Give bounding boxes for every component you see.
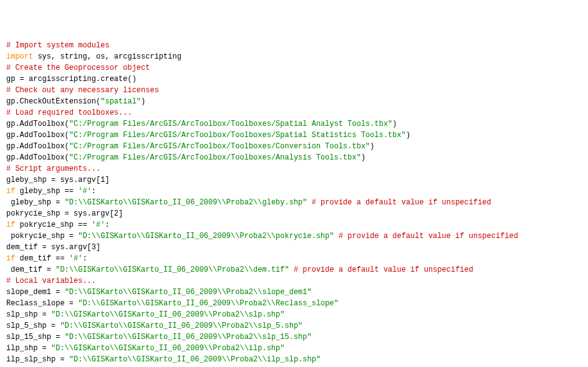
code-token: # Load required toolboxes... — [6, 108, 132, 117]
code-line: gleby_shp = "D:\\GISKarto\\GISKarto_II_0… — [6, 197, 582, 208]
code-token: "D:\\GISKarto\\GISKarto_II_06_2009\\Prob… — [65, 333, 312, 341]
code-token: ) — [141, 97, 145, 106]
code-line: slope_dem1 = "D:\\GISKarto\\GISKarto_II_… — [6, 287, 582, 298]
code-line: ilp_shp = "D:\\GISKarto\\GISKarto_II_06_… — [6, 343, 582, 354]
code-token: # provide a default value if unspecified — [294, 265, 473, 274]
code-line: gp.AddToolbox("C:/Program Files/ArcGIS/A… — [6, 130, 582, 141]
code-token: "spatial" — [100, 97, 141, 106]
code-token: # provide a default value if unspecified — [312, 198, 491, 207]
code-line: pokrycie_shp = sys.argv[2] — [6, 208, 582, 219]
code-line: # Load required toolboxes... — [6, 107, 582, 118]
code-line: # Create the Geoprocessor object — [6, 62, 582, 74]
code-token: gp.AddToolbox( — [6, 142, 69, 151]
code-token: gleby_shp = sys.argv[1] — [6, 176, 110, 184]
code-line: gp.AddToolbox("C:/Program Files/ArcGIS/A… — [6, 152, 582, 163]
code-token: "D:\\GISKarto\\GISKarto_II_06_2009\\Prob… — [78, 232, 334, 241]
code-line: slp_15_shp = "D:\\GISKarto\\GISKarto_II_… — [6, 331, 582, 343]
code-token — [289, 265, 294, 274]
code-token: "D:\\GISKarto\\GISKarto_II_06_2009\\Prob… — [78, 299, 339, 308]
code-token: if — [6, 221, 15, 229]
code-token: dem_tif = sys.argv[3] — [6, 243, 100, 252]
code-token: gp.AddToolbox( — [6, 131, 69, 140]
code-line: # Script arguments... — [6, 163, 582, 174]
code-line: gp.CheckOutExtension("spatial") — [6, 96, 582, 107]
code-token: ) — [370, 142, 374, 151]
code-token: slp_15_shp = — [6, 333, 65, 341]
code-token: "C:/Program Files/ArcGIS/ArcToolbox/Tool… — [69, 153, 361, 162]
code-token: pokrycie_shp == — [15, 221, 91, 229]
code-token: # Script arguments... — [6, 164, 100, 173]
code-token: # Import system modules — [6, 41, 110, 50]
code-line: pokrycie_shp = "D:\\GISKarto\\GISKarto_I… — [6, 231, 582, 242]
code-token: Check out any necessary licenses — [11, 86, 159, 95]
code-token: # provide a default value if unspecified — [339, 232, 518, 241]
code-token: gp.CheckOutExtension( — [6, 97, 100, 106]
code-token: "D:\\GISKarto\\GISKarto_II_06_2009\\Prob… — [60, 322, 302, 330]
code-token: import — [6, 52, 33, 61]
code-token: Reclass_slope = — [6, 299, 78, 308]
code-token: "C:/Program Files/ArcGIS/ArcToolbox/Tool… — [69, 120, 392, 128]
code-token: : — [105, 221, 109, 229]
code-token: "C:/Program Files/ArcGIS/ArcToolbox/Tool… — [69, 131, 406, 140]
code-token: ) — [406, 131, 410, 140]
code-token: # Local variables... — [6, 277, 96, 285]
code-token: gp.AddToolbox( — [6, 153, 69, 162]
code-line: slp_5_shp = "D:\\GISKarto\\GISKarto_II_0… — [6, 320, 582, 331]
code-token: '#' — [69, 254, 83, 263]
code-token: ilp_slp_shp = — [6, 355, 69, 364]
code-line: # Local variables... — [6, 275, 582, 287]
code-token: gp.AddToolbox( — [6, 120, 69, 128]
code-token — [334, 232, 339, 241]
code-token: gp = arcgisscripting.create() — [6, 75, 137, 83]
code-token: # Create the Geoprocessor object — [6, 64, 150, 72]
code-line: if dem_tif == '#': — [6, 253, 582, 264]
code-line: if gleby_shp == '#': — [6, 186, 582, 197]
code-line: dem_tif = "D:\\GISKarto\\GISKarto_II_06_… — [6, 264, 582, 275]
code-token: gleby_shp = — [6, 198, 65, 207]
code-token: ilp_shp = — [6, 344, 51, 353]
code-line: gp.AddToolbox("C:/Program Files/ArcGIS/A… — [6, 118, 582, 130]
code-token: : — [82, 254, 87, 263]
code-token: dem_tif == — [15, 254, 69, 263]
code-token: "D:\\GISKarto\\GISKarto_II_06_2009\\Prob… — [55, 265, 289, 274]
code-token: pokrycie_shp = — [6, 232, 78, 241]
code-line: import sys, string, os, arcgisscripting — [6, 51, 582, 62]
code-line: slp_shp = "D:\\GISKarto\\GISKarto_II_06_… — [6, 309, 582, 320]
code-token: sys, string, os, arcgisscripting — [33, 52, 181, 61]
code-line: gleby_shp = sys.argv[1] — [6, 174, 582, 186]
code-token: "D:\\GISKarto\\GISKarto_II_06_2009\\Prob… — [51, 310, 284, 319]
code-token: "D:\\GISKarto\\GISKarto_II_06_2009\\Prob… — [69, 355, 321, 364]
code-token: slp_5_shp = — [6, 322, 60, 330]
code-line: dem_tif = sys.argv[3] — [6, 242, 582, 253]
code-token: slope_dem1 = — [6, 288, 65, 297]
code-token: slp_shp = — [6, 310, 51, 319]
code-token: ) — [361, 153, 365, 162]
code-line: gp = arcgisscripting.create() — [6, 74, 582, 85]
code-line: if pokrycie_shp == '#': — [6, 219, 582, 231]
code-token: if — [6, 187, 15, 196]
code-line: ilp_slp_shp = "D:\\GISKarto\\GISKarto_II… — [6, 354, 582, 365]
code-token: "C:/Program Files/ArcGIS/ArcToolbox/Tool… — [69, 142, 370, 151]
code-token: "D:\\GISKarto\\GISKarto_II_06_2009\\Prob… — [51, 344, 284, 353]
code-token: if — [6, 254, 15, 263]
code-token: '#' — [92, 221, 105, 229]
code-token: pokrycie_shp = sys.argv[2] — [6, 209, 123, 218]
code-line: # Check out any necessary licenses — [6, 85, 582, 96]
code-line: Reclass_slope = "D:\\GISKarto\\GISKarto_… — [6, 298, 582, 309]
code-line: gp.AddToolbox("C:/Program Files/ArcGIS/A… — [6, 141, 582, 152]
code-line: # Import system modules — [6, 40, 582, 51]
code-token: dem_tif = — [6, 265, 55, 274]
code-token — [307, 198, 312, 207]
code-token: ) — [392, 120, 397, 128]
code-token: gleby_shp == — [15, 187, 78, 196]
code-token: "D:\\GISKarto\\GISKarto_II_06_2009\\Prob… — [65, 288, 312, 297]
python-code-block: # Import system modulesimport sys, strin… — [6, 40, 582, 365]
code-token: : — [92, 187, 96, 196]
code-token: '#' — [78, 187, 92, 196]
code-token: "D:\\GISKarto\\GISKarto_II_06_2009\\Prob… — [65, 198, 307, 207]
